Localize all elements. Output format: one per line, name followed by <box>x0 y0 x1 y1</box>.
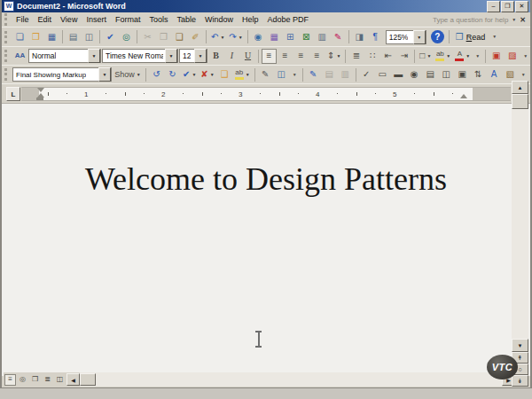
reviewing-toolbar-grip[interactable] <box>4 68 10 81</box>
outline-view-button[interactable]: ≣ <box>42 374 53 386</box>
menu-tools[interactable]: Tools <box>145 14 172 25</box>
vertical-scrollbar-thumb[interactable] <box>512 94 528 109</box>
drawing-button[interactable]: ✎ <box>331 29 346 44</box>
undo-button[interactable]: ↶▼ <box>209 29 226 44</box>
highlight-changes-dropdown-icon[interactable]: ▼ <box>246 72 250 77</box>
font-color-button[interactable]: A▼ <box>453 49 472 64</box>
menubar-close-icon[interactable]: ✕ <box>520 16 526 24</box>
convert-to-adobe-pdf-button[interactable]: ▣ <box>489 49 504 64</box>
menubar-grip[interactable] <box>4 13 10 26</box>
text-box-control-button[interactable]: ▭ <box>375 67 390 82</box>
columns-button[interactable]: ▥ <box>315 29 330 44</box>
previous-change-button[interactable]: ↺ <box>149 67 164 82</box>
checkbox-control-button[interactable]: ✓ <box>359 67 374 82</box>
menu-table[interactable]: Table <box>172 14 200 25</box>
style-select[interactable]: Normal ▼ <box>28 49 101 63</box>
spin-button-control-button[interactable]: ⇅ <box>471 67 486 82</box>
print-preview-button[interactable]: ◫ <box>82 29 97 44</box>
combo-box-control-button[interactable]: ◫ <box>439 67 454 82</box>
image-control-button[interactable]: ▧ <box>503 67 518 82</box>
convert-to-adobe-pdf-and-email-button[interactable]: ▨ <box>505 49 520 64</box>
left-indent-marker[interactable] <box>36 98 43 100</box>
undo-dropdown-icon[interactable]: ▼ <box>220 35 224 40</box>
control-toolbox-options-button[interactable]: ▼ <box>519 67 528 82</box>
formatting-toolbar-grip[interactable] <box>4 50 10 62</box>
document-heading[interactable]: Welcome to Design Patterns <box>2 104 530 198</box>
design-mode-button[interactable]: ✎ <box>306 67 321 82</box>
first-line-indent-marker[interactable] <box>37 88 44 92</box>
menu-edit[interactable]: Edit <box>34 14 57 25</box>
bullets-button[interactable]: ∷ <box>364 49 379 64</box>
menu-view[interactable]: View <box>56 14 82 25</box>
scroll-left-icon[interactable]: ◀ <box>66 373 80 386</box>
accept-change-dropdown-icon[interactable]: ▼ <box>192 72 196 77</box>
reject-change-dropdown-icon[interactable]: ▼ <box>210 72 215 77</box>
command-button-control-button[interactable]: ▬ <box>391 67 406 82</box>
insert-excel-worksheet-button[interactable]: ⊠ <box>299 29 314 44</box>
spelling-button[interactable]: ✔ <box>103 29 118 44</box>
highlight-dropdown-icon[interactable]: ▼ <box>446 53 450 59</box>
styles-and-formatting-button[interactable]: AA <box>12 49 27 64</box>
open-button[interactable]: ❒ <box>28 29 43 44</box>
insert-table-button[interactable]: ⊞ <box>283 29 298 44</box>
insert-comment-button[interactable]: ❑ <box>217 67 232 82</box>
line-spacing-dropdown-icon[interactable]: ▼ <box>336 53 340 59</box>
label-control-button[interactable]: A <box>487 67 502 82</box>
tables-and-borders-button[interactable]: ▦ <box>267 29 282 44</box>
line-spacing-button[interactable]: ⇕▼ <box>325 49 342 64</box>
paste-button[interactable]: ❑ <box>172 29 187 44</box>
bold-button[interactable]: B <box>208 49 223 64</box>
view-code-button[interactable]: ▥ <box>338 67 353 82</box>
redo-dropdown-icon[interactable]: ▼ <box>239 35 243 40</box>
border-button[interactable]: □▼ <box>418 49 433 64</box>
highlight-changes-button[interactable]: ab▼ <box>233 67 252 82</box>
formatting-toolbar-options-button[interactable]: ▼ <box>473 49 482 64</box>
numbering-button[interactable]: ≣ <box>348 49 364 64</box>
track-changes-button[interactable]: ✎ <box>258 67 273 82</box>
scroll-up-icon[interactable]: ▲ <box>512 81 528 94</box>
font-size-dropdown-icon[interactable]: ▼ <box>194 49 207 63</box>
horizontal-scrollbar-thumb[interactable] <box>80 373 96 386</box>
question-help-box[interactable]: Type a question for help ▼ ✕ <box>433 16 528 24</box>
font-select[interactable]: Times New Roman ▼ <box>102 49 178 63</box>
menu-help[interactable]: Help <box>238 14 263 25</box>
redo-button[interactable]: ↷▼ <box>227 29 244 44</box>
menu-file[interactable]: File <box>12 14 34 25</box>
save-button[interactable]: ▦ <box>44 29 59 44</box>
read-button[interactable]: ❒ Read <box>452 31 489 43</box>
italic-button[interactable]: I <box>224 49 239 64</box>
question-help-placeholder[interactable]: Type a question for help <box>433 16 508 24</box>
web-layout-view-button[interactable]: ◎ <box>17 374 28 386</box>
vertical-scrollbar-track[interactable] <box>512 109 528 339</box>
underline-button[interactable]: U <box>240 49 255 64</box>
reviewing-toolbar-options-button[interactable]: ▼ <box>290 67 300 82</box>
list-box-control-button[interactable]: ▤ <box>423 67 438 82</box>
document-map-button[interactable]: ◨ <box>352 29 367 44</box>
normal-view-button[interactable]: ≡ <box>4 374 16 386</box>
menu-format[interactable]: Format <box>111 14 145 25</box>
decrease-indent-button[interactable]: ⇤ <box>380 49 395 64</box>
reject-change-button[interactable]: ✘▼ <box>199 67 215 82</box>
minimize-button[interactable]: – <box>487 1 500 12</box>
center-button[interactable]: ≡ <box>278 49 293 64</box>
font-dropdown-icon[interactable]: ▼ <box>165 49 177 63</box>
help-icon[interactable]: ? <box>431 30 444 43</box>
style-dropdown-icon[interactable]: ▼ <box>88 49 100 63</box>
highlight-button[interactable]: ab▼ <box>434 49 452 64</box>
adobe-toolbar-options-button[interactable]: ▼ <box>520 49 530 64</box>
print-layout-view-button[interactable]: ❒ <box>29 374 41 386</box>
accept-change-button[interactable]: ✔▼ <box>181 67 198 82</box>
font-size-select[interactable]: 12 ▼ <box>179 49 207 63</box>
toggle-button-control-button[interactable]: ▣ <box>455 67 470 82</box>
show-menu-button[interactable]: Show ▼ <box>113 67 143 82</box>
zoom-select[interactable]: 125% ▼ <box>386 30 426 44</box>
next-change-button[interactable]: ↻ <box>165 67 180 82</box>
question-help-dropdown-icon[interactable]: ▼ <box>512 17 516 22</box>
right-indent-marker[interactable] <box>460 94 467 98</box>
option-button-control-button[interactable]: ◉ <box>407 67 422 82</box>
horizontal-scrollbar-track[interactable] <box>80 372 502 387</box>
tab-stop-selector[interactable]: L <box>6 87 20 101</box>
reading-layout-view-button[interactable]: ◫ <box>54 374 66 386</box>
scroll-down-icon[interactable]: ▼ <box>512 339 528 352</box>
align-left-button[interactable]: ≡ <box>262 49 277 64</box>
